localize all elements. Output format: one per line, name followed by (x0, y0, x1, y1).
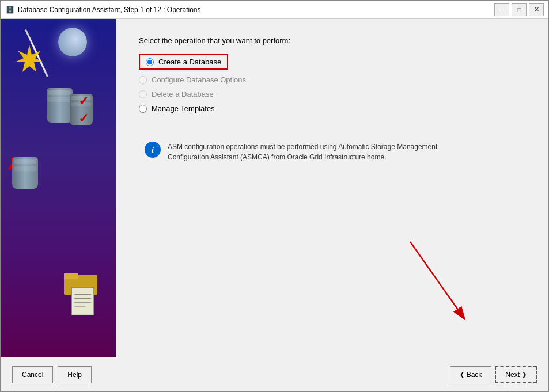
svg-rect-2 (64, 273, 78, 279)
star-decoration (12, 42, 47, 77)
option-manage[interactable]: Manage Templates (139, 104, 525, 113)
barrel-3 (12, 157, 38, 189)
next-label: Next (505, 371, 520, 379)
app-icon: 🗄️ (5, 5, 14, 14)
next-button[interactable]: Next ❯ (495, 366, 537, 383)
next-arrow-icon: ❯ (522, 371, 527, 378)
label-delete: Delete a Database (152, 90, 214, 98)
label-configure: Configure Database Options (152, 75, 246, 84)
radio-manage[interactable] (139, 105, 147, 113)
radio-create[interactable] (146, 58, 154, 66)
maximize-button[interactable]: □ (512, 3, 527, 16)
main-content: Select the operation that you want to pe… (139, 36, 525, 340)
right-panel: Select the operation that you want to pe… (116, 19, 548, 357)
option-delete: Delete a Database (139, 90, 525, 98)
title-bar: 🗄️ Database Configuration Assistant, Ste… (1, 1, 548, 19)
checkmark-2: ✓ (78, 111, 89, 126)
content-area: ✓ ✓ ✗ (1, 19, 548, 357)
svg-marker-0 (15, 45, 44, 72)
title-bar-left: 🗄️ Database Configuration Assistant, Ste… (5, 5, 201, 14)
info-icon: i (145, 142, 161, 158)
bottom-bar: Cancel Help ❮ Back Next ❯ (1, 357, 548, 391)
bottom-right-buttons: ❮ Back Next ❯ (450, 366, 537, 383)
checkmark-1: ✓ (78, 94, 89, 109)
svg-line-9 (410, 242, 465, 319)
close-button[interactable]: ✕ (529, 3, 544, 16)
moon-decoration (58, 28, 87, 56)
back-button[interactable]: ❮ Back (450, 366, 492, 383)
illustration: ✓ ✓ ✗ (1, 19, 116, 357)
back-label: Back (467, 371, 482, 379)
info-text: ASM configuration operations must be per… (168, 142, 467, 162)
radio-configure (139, 76, 147, 84)
instruction-text: Select the operation that you want to pe… (139, 36, 525, 45)
info-box: i ASM configuration operations must be p… (139, 136, 525, 168)
svg-rect-3 (71, 287, 93, 315)
title-bar-controls: − □ ✕ (494, 3, 544, 16)
arrow-svg (376, 230, 491, 334)
selected-option-box: Create a Database (139, 54, 228, 70)
arrow-area (139, 168, 525, 340)
bottom-left-buttons: Cancel Help (12, 366, 92, 383)
help-button[interactable]: Help (58, 366, 92, 383)
back-arrow-icon: ❮ (460, 371, 464, 378)
left-panel: ✓ ✓ ✗ (1, 19, 116, 357)
window-title: Database Configuration Assistant, Step 1… (18, 6, 201, 14)
option-configure: Configure Database Options (139, 75, 525, 84)
main-window: 🗄️ Database Configuration Assistant, Ste… (0, 0, 549, 392)
cancel-button[interactable]: Cancel (12, 366, 53, 383)
radio-group: Create a Database Configure Database Opt… (139, 54, 525, 113)
document-icon (70, 286, 99, 322)
label-manage[interactable]: Manage Templates (152, 104, 215, 113)
barrel-1 (47, 88, 73, 123)
radio-delete (139, 90, 147, 98)
minimize-button[interactable]: − (494, 3, 509, 16)
label-create[interactable]: Create a Database (158, 58, 221, 66)
option-create[interactable]: Create a Database (139, 54, 525, 70)
